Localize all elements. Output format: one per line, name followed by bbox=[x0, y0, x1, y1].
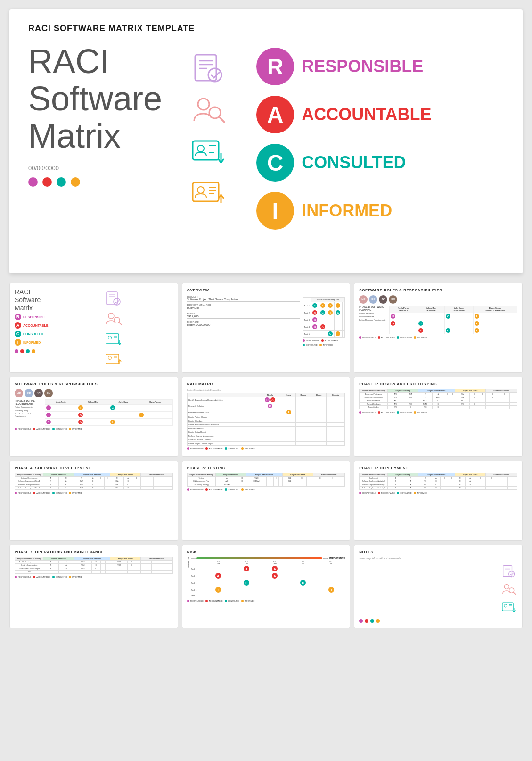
thumb3-content: PHASE 1: SOFTWARE PLANNING Market Resear… bbox=[359, 306, 517, 334]
raci-row-r: R RESPONSIBLE bbox=[256, 48, 504, 85]
icon-id-upload bbox=[190, 177, 228, 210]
thumb8-table: Project Deliverable or Activity Project … bbox=[187, 473, 345, 487]
svg-rect-32 bbox=[106, 354, 119, 364]
raci-label-a: ACCOUNTABLE bbox=[302, 105, 431, 124]
svg-rect-27 bbox=[106, 334, 119, 343]
thumb-12[interactable]: NOTES summary information / comments bbox=[354, 545, 523, 628]
thumb4-legend: RESPONSIBLE ACCOUNTABLE CONSULTED INFORM… bbox=[15, 428, 173, 430]
svg-point-24 bbox=[108, 313, 114, 319]
thumb-10[interactable]: PHASE 7: OPERATIONS AND MAINTENANCE Proj… bbox=[9, 545, 178, 628]
thumb-5[interactable]: RACI MATRIX Content Project Activities &… bbox=[182, 377, 351, 457]
thumb4-table: Neela Porter Richard Pan John Cage Blain… bbox=[45, 399, 173, 426]
thumb1-item-a: A ACCOUNTABLE bbox=[15, 322, 52, 329]
raci-label-r: RESPONSIBLE bbox=[302, 57, 423, 76]
thumb2-title: OVERVIEW bbox=[187, 288, 345, 292]
thumb2-duedate: Friday, 00/00/0000 bbox=[187, 323, 300, 327]
thumb7-legend: RESPONSIBLE ACCOUNTABLE CONSULTED INFORM… bbox=[15, 492, 173, 494]
svg-rect-8 bbox=[193, 141, 219, 160]
thumb2-budget: $917,600 bbox=[187, 315, 300, 319]
left-section: RACISoftwareMatrix 00/00/0000 bbox=[28, 43, 162, 187]
raci-row-c: C CONSULTED bbox=[256, 144, 504, 182]
thumb4-avatars: HP RP JC BV bbox=[15, 389, 173, 397]
raci-label-i: INFORMED bbox=[302, 201, 392, 221]
thumb9-legend: RESPONSIBLE ACCOUNTABLE CONSULTED INFORM… bbox=[359, 492, 517, 494]
thumb5-title: RACI MATRIX bbox=[187, 382, 345, 386]
thumb-1[interactable]: RACISoftwareMatrix R RESPONSIBLE A ACCOU… bbox=[9, 283, 178, 373]
icon-person-search bbox=[190, 94, 228, 127]
thumb5-table: NeedsLingReneeBlaineGeorgia Identify Dep… bbox=[187, 393, 345, 446]
thumb6-title: PHASE 3: DESIGN AND PROTOTYPING bbox=[359, 382, 517, 386]
raci-row-a: A ACCOUNTABLE bbox=[256, 96, 504, 133]
thumb-3[interactable]: SOFTWARE ROLES & RESPONSIBILITIES HP RP … bbox=[354, 283, 523, 373]
thumb7-table: Project Deliverable or Activity Project … bbox=[15, 473, 173, 490]
svg-point-45 bbox=[504, 604, 507, 607]
thumb-6[interactable]: PHASE 3: DESIGN AND PROTOTYPING Project … bbox=[354, 377, 523, 457]
raci-circle-c: C bbox=[256, 144, 294, 182]
thumb10-table: Project Deliverable or Activity Project … bbox=[15, 557, 173, 574]
thumb12-dots bbox=[359, 619, 517, 623]
raci-label-c: CONSULTED bbox=[302, 153, 406, 173]
svg-point-5 bbox=[198, 99, 209, 110]
thumb-7[interactable]: PHASE 4: SOFTWARE DEVELOPMENT Project De… bbox=[9, 461, 178, 541]
thumb3-title: SOFTWARE ROLES & RESPONSIBILITIES bbox=[359, 288, 517, 292]
right-raci: R RESPONSIBLE A ACCOUNTABLE C CONSULTED … bbox=[256, 43, 504, 230]
thumb3-legend: RESPONSIBLE ACCOUNTABLE CONSULTED INFORM… bbox=[359, 336, 517, 339]
raci-circle-r: R bbox=[256, 48, 294, 85]
thumb11-legend: RESPONSIBLE ACCOUNTABLE CONSULTED INFORM… bbox=[187, 600, 345, 602]
raci-circle-a: A bbox=[256, 96, 294, 133]
thumb-4[interactable]: SOFTWARE ROLES & RESPONSIBILITIES HP RP … bbox=[9, 377, 178, 457]
raci-row-i: I INFORMED bbox=[256, 192, 504, 230]
dot-c bbox=[57, 177, 66, 187]
thumb6-table: Project Deliverable or Activity Project … bbox=[359, 389, 517, 409]
svg-point-9 bbox=[197, 145, 204, 152]
main-slide: RACI SOFTWARE MATRIX TEMPLATE RACISoftwa… bbox=[9, 9, 523, 273]
svg-point-15 bbox=[197, 187, 204, 193]
dot-i bbox=[71, 177, 80, 187]
dot-a bbox=[42, 177, 52, 187]
thumb2-table: Role Resp Role Resp Role Task 1 C I I I … bbox=[303, 297, 345, 338]
raci-circle-i: I bbox=[256, 192, 294, 230]
thumb10-legend: RESPONSIBLE ACCOUNTABLE CONSULTED INFORM… bbox=[15, 576, 173, 578]
thumb8-title: PHASE 5: TESTING bbox=[187, 466, 345, 470]
thumb1-title: RACISoftwareMatrix bbox=[15, 288, 52, 312]
svg-rect-14 bbox=[193, 182, 219, 201]
thumb10-title: PHASE 7: OPERATIONS AND MAINTENANCE bbox=[15, 550, 173, 554]
svg-line-7 bbox=[219, 117, 224, 122]
thumb8-legend: RESPONSIBLE ACCOUNTABLE CONSULTED INFORM… bbox=[187, 488, 345, 491]
date-text: 00/00/0000 bbox=[28, 165, 162, 172]
svg-point-28 bbox=[108, 336, 111, 339]
thumb11-title: RISK bbox=[187, 550, 345, 554]
color-dots bbox=[28, 177, 162, 187]
thumb1-raci-items: R RESPONSIBLE A ACCOUNTABLE C CONSULTED … bbox=[15, 314, 52, 346]
main-content: RACISoftwareMatrix 00/00/0000 bbox=[28, 43, 504, 230]
main-title: RACI SOFTWARE MATRIX TEMPLATE bbox=[28, 24, 504, 33]
thumb1-item-r: R RESPONSIBLE bbox=[15, 314, 52, 320]
thumb-8[interactable]: PHASE 5: TESTING Project Deliverable or … bbox=[182, 461, 351, 541]
thumb-11[interactable]: RISK RISK LEVEL LOW HIGH IMPORTANCE Risk… bbox=[182, 545, 351, 628]
thumb7-title: PHASE 4: SOFTWARE DEVELOPMENT bbox=[15, 466, 173, 470]
dot-r bbox=[28, 177, 38, 187]
thumb12-content: summary information / comments bbox=[359, 557, 517, 560]
thumb1-icons bbox=[55, 288, 173, 368]
thumb9-title: PHASE 6: DEPLOYMENT bbox=[359, 466, 517, 470]
center-icons bbox=[172, 43, 247, 210]
thumb2-manager: Ruby Ellis bbox=[187, 306, 300, 310]
svg-point-4 bbox=[208, 68, 221, 82]
thumb5-legend: RESPONSIBLE ACCOUNTABLE CONSULTED INFORM… bbox=[187, 447, 345, 450]
thumb-9[interactable]: PHASE 6: DEPLOYMENT Project Deliverable … bbox=[354, 461, 523, 541]
thumb2-legend: RESPONSIBLE ACCOUNTABLE CONSULTED INFORM… bbox=[303, 339, 345, 346]
svg-point-41 bbox=[504, 584, 509, 589]
thumb2-project: Software Project That Needs Completion bbox=[187, 298, 300, 302]
svg-rect-44 bbox=[502, 603, 513, 611]
icon-document-check bbox=[190, 52, 228, 85]
thumb4-content: PHASE 2: DEFINE REQUIREMENTS Refine Requ… bbox=[15, 399, 173, 426]
thumbnail-grid: RACISoftwareMatrix R RESPONSIBLE A ACCOU… bbox=[9, 283, 523, 628]
thumb1-item-i: I INFORMED bbox=[15, 339, 52, 346]
thumb11-content: RISK LEVEL LOW HIGH IMPORTANCE RiskOne R… bbox=[187, 557, 345, 598]
thumb4-title: SOFTWARE ROLES & RESPONSIBILITIES bbox=[15, 382, 173, 386]
thumb1-item-c: C CONSULTED bbox=[15, 331, 52, 337]
thumb-2[interactable]: OVERVIEW PROJECT Software Project That N… bbox=[182, 283, 351, 373]
thumb1-dots bbox=[15, 349, 52, 353]
raci-big-title: RACISoftwareMatrix bbox=[28, 43, 162, 155]
thumb9-table: Project Deliverable or Activity Project … bbox=[359, 473, 517, 490]
